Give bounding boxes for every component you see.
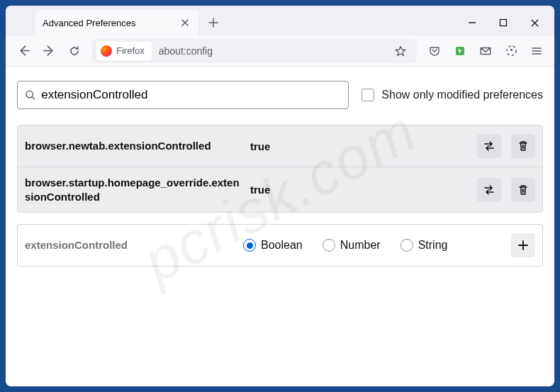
show-modified-checkbox[interactable]: Show only modified preferences [362,89,543,101]
minimize-button[interactable] [466,17,478,28]
new-tab-button[interactable] [203,12,224,33]
account-icon[interactable] [499,39,523,63]
radio-label: Number [340,239,381,252]
pref-row[interactable]: browser.startup.homepage_override.extens… [18,167,542,212]
identity-box[interactable]: Firefox [96,42,152,60]
delete-button[interactable] [511,134,535,158]
type-radio-group: Boolean Number String [243,239,501,252]
checkbox-box [362,89,374,101]
svg-rect-0 [500,20,507,26]
radio-circle [401,239,413,252]
radio-number[interactable]: Number [323,239,381,252]
mail-icon[interactable] [474,39,498,63]
search-input[interactable] [41,88,341,102]
window-controls [466,17,549,35]
svg-point-3 [510,49,512,51]
about-config-content: Show only modified preferences browser.n… [6,67,554,386]
add-button[interactable] [511,233,535,257]
pocket-icon[interactable] [422,39,447,63]
close-tab-icon[interactable] [179,16,191,29]
nav-toolbar: Firefox about:config [6,35,554,67]
new-pref-row: extensionControlled Boolean Number Strin… [18,225,542,266]
new-pref-list: extensionControlled Boolean Number Strin… [17,224,543,267]
firefox-icon [101,45,112,57]
radio-circle [243,239,256,252]
radio-boolean[interactable]: Boolean [243,239,303,252]
identity-label: Firefox [116,45,145,56]
url-text: about:config [155,45,213,57]
menu-button[interactable] [525,39,549,63]
radio-label: Boolean [261,239,303,252]
reload-button[interactable] [62,39,86,63]
search-icon [25,89,35,101]
maximize-button[interactable] [498,17,509,28]
browser-tab[interactable]: Advanced Preferences [35,10,198,35]
extension-icon[interactable] [448,39,472,63]
pref-list: browser.newtab.extensionControlled true … [17,125,543,213]
delete-button[interactable] [511,178,535,202]
close-window-button[interactable] [529,17,540,28]
pref-value: true [250,184,467,196]
search-box[interactable] [17,81,349,109]
forward-button[interactable] [37,39,61,63]
search-row: Show only modified preferences [17,81,543,109]
url-bar[interactable]: Firefox about:config [92,39,417,63]
toggle-button[interactable] [477,178,501,202]
browser-window: Advanced Preferences Firefox about:confi… [6,6,554,386]
radio-string[interactable]: String [401,239,448,252]
radio-circle [323,239,335,252]
titlebar: Advanced Preferences [6,6,554,35]
pref-name: browser.startup.homepage_override.extens… [25,176,245,203]
pref-value: true [250,140,467,152]
back-button[interactable] [11,39,35,63]
pref-name: browser.newtab.extensionControlled [25,139,245,153]
checkbox-label: Show only modified preferences [381,89,543,101]
tab-title: Advanced Preferences [43,18,173,28]
toggle-button[interactable] [477,134,501,158]
bookmark-star-icon[interactable] [388,39,413,63]
radio-label: String [418,239,448,252]
new-pref-name: extensionControlled [25,238,237,252]
pref-row[interactable]: browser.newtab.extensionControlled true [18,125,542,167]
